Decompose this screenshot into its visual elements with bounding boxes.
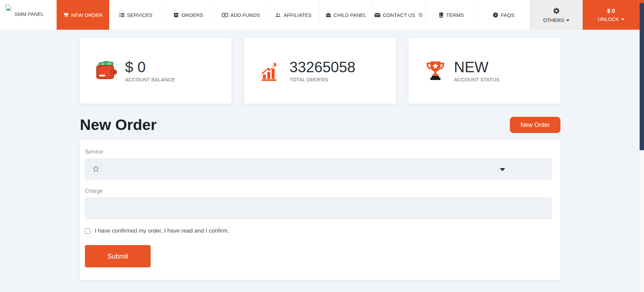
- page-title: New Order: [80, 116, 157, 134]
- new-order-button[interactable]: New Order: [510, 117, 560, 133]
- new-order-form: Service ☆ Charge I have confirmed my ord…: [80, 140, 560, 280]
- caret-down-icon: [621, 19, 624, 20]
- confirm-row: I have confirmed my order, I have read a…: [85, 228, 552, 234]
- account-balance-label: ACCOUNT BALANCE: [125, 77, 175, 82]
- nav-item-label: FAQS: [501, 12, 514, 18]
- service-label: Service: [85, 149, 552, 155]
- gear-icon: [553, 7, 560, 16]
- nav-item-label: AFFILIATES: [283, 12, 311, 18]
- archive-icon: [173, 12, 179, 18]
- nav-item-label: SERVICES: [127, 12, 153, 18]
- brand-logo[interactable]: SMM PANEL: [0, 0, 57, 30]
- nav-item-label: TERMS: [446, 12, 464, 18]
- charge-input[interactable]: [85, 197, 552, 219]
- trophy-icon: [424, 60, 447, 81]
- caret-down-icon: [566, 20, 570, 21]
- nav-item-unlock-balance[interactable]: $ 0 UNLOCK: [583, 0, 640, 30]
- unlock-label: UNLOCK: [598, 16, 624, 22]
- nav-item-label: CONTACT US: [383, 12, 415, 18]
- users-icon: [275, 12, 281, 18]
- nav-item-child-panel[interactable]: CHILD PANEL: [319, 0, 372, 30]
- nav-item-label: NEW ORDER: [71, 12, 102, 18]
- question-circle-icon: ?: [493, 12, 498, 18]
- stat-card-total-orders: 33265058 TOTAL ORDERS: [244, 38, 396, 104]
- nav-item-contact-us[interactable]: CONTACT US: [372, 0, 425, 30]
- briefcase-icon: [326, 12, 331, 18]
- nav-item-label: OTHERS: [543, 17, 570, 23]
- nav-item-services[interactable]: SERVICES: [109, 0, 162, 30]
- total-orders-value: 33265058: [289, 59, 356, 75]
- cart-icon: [63, 12, 69, 18]
- nav-item-add-funds[interactable]: ADD FUNDS: [214, 0, 267, 30]
- submit-button[interactable]: Submit: [85, 245, 151, 267]
- nav-item-others[interactable]: OTHERS: [530, 0, 583, 30]
- ban-icon: [419, 13, 423, 17]
- main-content: $ 0 ACCOUNT BALANCE 33265058 TOTAL ORDER…: [80, 38, 560, 280]
- confirm-checkbox[interactable]: [85, 228, 90, 234]
- confirm-text: I have confirmed my order, I have read a…: [95, 228, 229, 234]
- scrollbar-thumb[interactable]: [640, 3, 644, 150]
- broken-image-icon: [4, 4, 12, 13]
- service-select[interactable]: ☆: [85, 158, 552, 180]
- nav-item-faqs[interactable]: ? FAQS: [477, 0, 530, 30]
- nav-item-terms[interactable]: TERMS: [425, 0, 477, 30]
- charge-label: Charge: [85, 188, 552, 194]
- wallet-icon: [95, 61, 118, 81]
- money-icon: [222, 12, 228, 18]
- account-status-label: ACCOUNT STATUS: [454, 77, 499, 82]
- star-icon: ☆: [92, 164, 100, 174]
- nav-item-new-order[interactable]: NEW ORDER: [57, 0, 109, 30]
- page-heading-row: New Order New Order: [80, 116, 560, 134]
- account-balance-value: $ 0: [125, 59, 175, 75]
- chart-icon: [260, 61, 282, 81]
- nav-item-label: CHILD PANEL: [334, 12, 366, 18]
- list-icon: [119, 12, 125, 18]
- stats-row: $ 0 ACCOUNT BALANCE 33265058 TOTAL ORDER…: [80, 38, 560, 104]
- nav-item-label: ORDERS: [181, 12, 203, 18]
- account-status-value: NEW: [454, 59, 499, 75]
- brand-name: SMM PANEL: [14, 11, 44, 17]
- nav-item-label: ADD FUNDS: [231, 12, 260, 18]
- select-caret-icon: [500, 168, 505, 171]
- envelope-icon: [374, 12, 380, 18]
- nav-item-affiliates[interactable]: AFFILIATES: [267, 0, 319, 30]
- vertical-scrollbar[interactable]: [640, 0, 644, 292]
- stat-card-account-balance: $ 0 ACCOUNT BALANCE: [80, 38, 232, 104]
- nav-item-orders[interactable]: ORDERS: [162, 0, 214, 30]
- total-orders-label: TOTAL ORDERS: [289, 77, 356, 82]
- top-navbar: SMM PANEL NEW ORDER SERVICES: [0, 0, 640, 30]
- book-icon: [438, 12, 444, 18]
- scrollbar-top-notch: [640, 0, 644, 3]
- svg-text:?: ?: [495, 13, 497, 17]
- stat-card-account-status: NEW ACCOUNT STATUS: [409, 38, 560, 104]
- balance-amount: $ 0: [607, 8, 615, 15]
